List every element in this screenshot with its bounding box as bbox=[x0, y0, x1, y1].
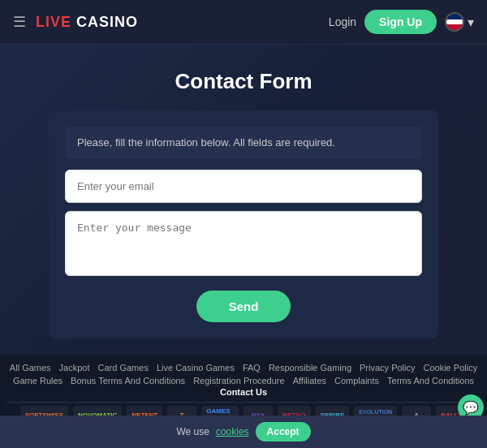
login-button[interactable]: Login bbox=[329, 15, 356, 28]
footer-link-live-casino[interactable]: Live Casino Games bbox=[157, 363, 235, 373]
email-field[interactable] bbox=[65, 170, 422, 203]
page-title: Contact Form bbox=[16, 69, 471, 94]
accept-cookies-button[interactable]: Accept bbox=[256, 422, 311, 442]
footer-link-bonus-terms[interactable]: Bonus Terms And Conditions bbox=[71, 376, 185, 386]
footer-nav-bottom: Game Rules Bonus Terms And Conditions Re… bbox=[6, 376, 481, 397]
message-field[interactable] bbox=[65, 211, 422, 276]
hamburger-icon[interactable]: ☰ bbox=[13, 13, 26, 31]
footer-nav-top: All Games Jackpot Card Games Live Casino… bbox=[6, 363, 481, 373]
footer-link-privacy[interactable]: Privacy Policy bbox=[360, 363, 415, 373]
footer-link-responsible[interactable]: Responsible Gaming bbox=[269, 363, 351, 373]
footer-link-terms[interactable]: Terms And Conditions bbox=[387, 376, 474, 386]
footer-link-contact-us[interactable]: Contact Us bbox=[220, 387, 267, 397]
footer-link-complaints[interactable]: Complaints bbox=[334, 376, 379, 386]
logo: LIVE CASINO bbox=[36, 14, 138, 31]
form-info-text: Please, fill the information below. All … bbox=[65, 127, 422, 158]
footer-link-cookie[interactable]: Cookie Policy bbox=[424, 363, 478, 373]
footer-link-faq[interactable]: FAQ bbox=[243, 363, 261, 373]
signup-button[interactable]: Sign Up bbox=[364, 10, 437, 34]
contact-form: Please, fill the information below. All … bbox=[49, 110, 438, 338]
send-button[interactable]: Send bbox=[196, 291, 291, 322]
logo-casino: CASINO bbox=[76, 14, 138, 30]
header: ☰ LIVE CASINO Login Sign Up ▾ bbox=[0, 0, 487, 45]
header-right: Login Sign Up ▾ bbox=[329, 10, 474, 34]
flag-icon bbox=[445, 12, 464, 32]
footer-link-registration[interactable]: Registration Procedure bbox=[193, 376, 285, 386]
logo-live: LIVE bbox=[36, 14, 76, 30]
lang-arrow: ▾ bbox=[468, 15, 474, 30]
footer-link-jackpot[interactable]: Jackpot bbox=[59, 363, 90, 373]
cookie-link[interactable]: cookies bbox=[216, 426, 249, 437]
footer-link-all-games[interactable]: All Games bbox=[10, 363, 51, 373]
cookie-bar: We use cookies Accept bbox=[0, 416, 487, 448]
cookie-text: We use bbox=[176, 426, 209, 437]
main-content: Contact Form Please, fill the informatio… bbox=[0, 45, 487, 355]
header-left: ☰ LIVE CASINO bbox=[13, 13, 138, 31]
footer-link-affiliates[interactable]: Affiliates bbox=[293, 376, 326, 386]
language-selector[interactable]: ▾ bbox=[445, 12, 474, 32]
footer-link-game-rules[interactable]: Game Rules bbox=[13, 376, 62, 386]
footer-link-card-games[interactable]: Card Games bbox=[98, 363, 149, 373]
